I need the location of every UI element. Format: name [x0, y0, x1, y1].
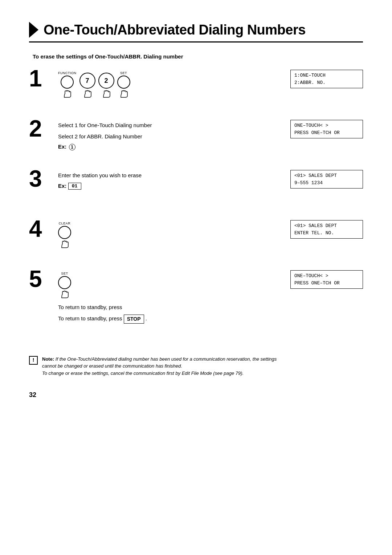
key-row-5: SET [58, 272, 279, 300]
key-row-4: CLEAR [58, 222, 279, 250]
lcd-line: <01> SALES DEPT [294, 172, 359, 179]
note-text: Note: If the One-Touch/Abbreviated diali… [42, 356, 277, 377]
lcd-line: <01> SALES DEPT [294, 222, 359, 230]
lcd-line: ONE–TOUCH< > [294, 272, 359, 280]
step-lcd-1: 1:ONE–TOUCH2:ABBR. NO. [290, 70, 363, 88]
step-row-5: 5SET To return to standby, pressTo retur… [29, 270, 363, 327]
lcd-line: ENTER TEL. NO. [294, 230, 359, 237]
step-number-2: 2 [29, 117, 54, 140]
standby-text: To return to standby, press STOP . [58, 315, 279, 324]
key-button-FUNCTION[interactable] [61, 76, 74, 89]
key-button-2[interactable]: 2 [98, 73, 114, 89]
key-button-SET[interactable] [117, 76, 130, 89]
step-lcd-2: ONE–TOUCH< >PRESS ONE–TCH OR [290, 120, 363, 138]
key-label: SET [61, 272, 68, 275]
step-lcd-4: <01> SALES DEPTENTER TEL. NO. [290, 220, 363, 239]
step-number-1: 1 [29, 67, 54, 90]
key-group-FUNCTION: FUNCTION [58, 71, 77, 100]
finger-icon [59, 240, 70, 250]
lcd-line: ONE–TOUCH< > [294, 122, 359, 129]
lcd-display: <01> SALES DEPTENTER TEL. NO. [290, 220, 363, 239]
note-icon: ! [29, 356, 38, 365]
finger-icon [118, 89, 130, 100]
page-title-container: One-Touch/Abbreviated Dialing Numbers [29, 22, 363, 42]
step-content-5: SET To return to standby, pressTo return… [54, 270, 279, 327]
step-number-3: 3 [29, 167, 54, 190]
lcd-display: ONE–TOUCH< >PRESS ONE–TCH OR [290, 270, 363, 289]
key-button-CLEAR[interactable] [58, 226, 71, 239]
lcd-line: PRESS ONE–TCH OR [294, 280, 359, 287]
key-group-CLEAR: CLEAR [58, 222, 71, 250]
section-heading: To erase the settings of One-Touch/ABBR.… [33, 53, 363, 60]
step-text: Enter the station you wish to erase [58, 171, 279, 180]
lcd-line: 1:ONE–TOUCH [294, 72, 359, 79]
step-row-4: 4CLEAR <01> SALES DEPTENTER TEL. NO. [29, 220, 363, 256]
step-lcd-5: ONE–TOUCH< >PRESS ONE–TCH OR [290, 270, 363, 289]
lcd-display: 1:ONE–TOUCH2:ABBR. NO. [290, 70, 363, 88]
key-label: CLEAR [59, 222, 71, 225]
step-row-2: 2Select 1 for One-Touch Dialing numberSe… [29, 120, 363, 156]
ex-circle: 1 [69, 144, 75, 150]
step-content-1: FUNCTION 7 2 SET [54, 70, 279, 103]
page-number: 32 [29, 391, 363, 399]
note-section: ! Note: If the One-Touch/Abbreviated dia… [29, 356, 363, 377]
step-content-4: CLEAR [54, 220, 279, 253]
key-button-SET[interactable] [58, 276, 71, 289]
finger-icon [101, 89, 112, 100]
lcd-line: 9–555 1234 [294, 179, 359, 187]
step-number-4: 4 [29, 217, 54, 240]
step-row-3: 3Enter the station you wish to eraseEx: … [29, 170, 363, 206]
step-number-5: 5 [29, 267, 54, 291]
finger-icon [82, 89, 93, 100]
step-text: To return to standby, press [58, 303, 279, 312]
lcd-line: 2:ABBR. NO. [294, 79, 359, 86]
key-label: SET [120, 71, 127, 75]
key-group-SET: SET [117, 71, 130, 100]
finger-icon [61, 89, 73, 100]
step-content-3: Enter the station you wish to eraseEx: 0… [54, 170, 279, 190]
ex-box: 01 [68, 183, 81, 190]
step-content-2: Select 1 for One-Touch Dialing numberSel… [54, 120, 279, 151]
step-lcd-3: <01> SALES DEPT9–555 1234 [290, 170, 363, 189]
stop-button[interactable]: STOP [124, 315, 144, 324]
page-title: One-Touch/Abbreviated Dialing Numbers [44, 22, 306, 38]
key-button-7[interactable]: 7 [79, 73, 95, 89]
lcd-display: ONE–TOUCH< >PRESS ONE–TCH OR [290, 120, 363, 138]
key-group-SET: SET [58, 272, 71, 300]
step-ex-2: Ex: 1 [58, 143, 279, 150]
key-group-2: 2 [98, 73, 114, 100]
key-label: FUNCTION [58, 71, 77, 75]
step-text: Select 2 for ABBR. Dialing Number [58, 133, 279, 141]
lcd-display: <01> SALES DEPT9–555 1234 [290, 170, 363, 189]
title-arrow-icon [29, 22, 38, 38]
key-group-7: 7 [79, 73, 95, 100]
finger-icon [59, 290, 70, 300]
step-text: Select 1 for One-Touch Dialing number [58, 121, 279, 130]
step-ex-3: Ex: 01 [58, 183, 279, 190]
lcd-line: PRESS ONE–TCH OR [294, 129, 359, 137]
step-row-1: 1FUNCTION 7 2 SET 1:ONE–TOUCH2:ABBR. NO. [29, 70, 363, 106]
steps-container: 1FUNCTION 7 2 SET 1:ONE–TOUCH2:ABBR. NO.… [29, 70, 363, 327]
key-row-1: FUNCTION 7 2 SET [58, 71, 279, 100]
